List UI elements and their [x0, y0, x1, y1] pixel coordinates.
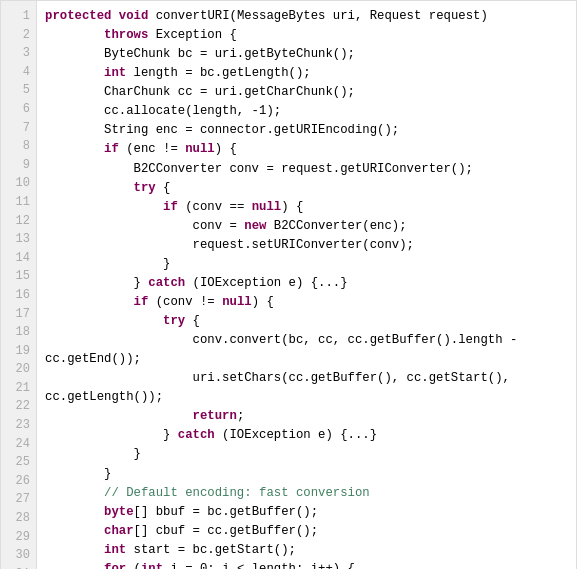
code-line: request.setURIConverter(conv); — [45, 236, 568, 255]
line-number: 18 — [1, 323, 36, 342]
code-text: uri.setChars(cc.getBuffer(), cc.getStart… — [45, 371, 510, 385]
line-number: 8 — [1, 137, 36, 156]
code-text — [45, 200, 163, 214]
code-text: CharChunk cc = uri.getCharChunk(); — [45, 85, 355, 99]
line-number: 28 — [1, 509, 36, 528]
code-line: conv.convert(bc, cc, cc.getBuffer().leng… — [45, 331, 568, 350]
keyword: return — [193, 409, 237, 423]
line-number: 23 — [1, 416, 36, 435]
code-text: cc.getEnd()); — [45, 352, 141, 366]
line-number: 14 — [1, 249, 36, 268]
keyword: if — [134, 295, 149, 309]
keyword: catch — [178, 428, 215, 442]
line-numbers: 1234567891011121314151617181920212223242… — [1, 1, 37, 569]
keyword: try — [163, 314, 185, 328]
code-text — [45, 181, 134, 195]
code-text: B2CConverter(enc); — [266, 219, 406, 233]
code-text — [45, 28, 104, 42]
code-text — [45, 562, 104, 569]
line-number: 1 — [1, 7, 36, 26]
line-number: 31 — [1, 565, 36, 569]
code-text: Exception { — [148, 28, 237, 42]
code-text — [45, 505, 104, 519]
comment: // Default encoding: fast conversion — [45, 486, 370, 500]
code-text — [45, 295, 134, 309]
code-viewer: 1234567891011121314151617181920212223242… — [0, 0, 577, 569]
code-text: } — [45, 428, 178, 442]
keyword: catch — [148, 276, 185, 290]
line-number: 13 — [1, 230, 36, 249]
line-number: 26 — [1, 472, 36, 491]
keyword: int — [141, 562, 163, 569]
code-line: } — [45, 465, 568, 484]
line-number: 21 — [1, 379, 36, 398]
line-number: 22 — [1, 397, 36, 416]
code-text: cc.allocate(length, -1); — [45, 104, 281, 118]
code-line: if (enc != null) { — [45, 140, 568, 159]
code-text: ( — [126, 562, 141, 569]
code-line: } — [45, 445, 568, 464]
line-number: 19 — [1, 342, 36, 361]
code-text: } — [45, 467, 111, 481]
code-line: protected void convertURI(MessageBytes u… — [45, 7, 568, 26]
code-text — [45, 524, 104, 538]
keyword: if — [163, 200, 178, 214]
code-text: i = 0; i < length; i++) { — [163, 562, 355, 569]
keyword: try — [134, 181, 156, 195]
code-line: cc.getLength()); — [45, 388, 568, 407]
keyword: int — [104, 66, 126, 80]
code-line: byte[] bbuf = bc.getBuffer(); — [45, 503, 568, 522]
code-text: request.setURIConverter(conv); — [45, 238, 414, 252]
code-line: conv = new B2CConverter(enc); — [45, 217, 568, 236]
line-number: 29 — [1, 528, 36, 547]
code-text: start = bc.getStart(); — [126, 543, 296, 557]
line-number: 15 — [1, 267, 36, 286]
code-line: // Default encoding: fast conversion — [45, 484, 568, 503]
code-text: length = bc.getLength(); — [126, 66, 310, 80]
line-number: 16 — [1, 286, 36, 305]
code-text: B2CConverter conv = request.getURIConver… — [45, 162, 473, 176]
keyword: if — [104, 142, 119, 156]
code-text: ) { — [215, 142, 237, 156]
code-line: CharChunk cc = uri.getCharChunk(); — [45, 83, 568, 102]
code-text: ) { — [281, 200, 303, 214]
line-number: 9 — [1, 156, 36, 175]
line-number: 17 — [1, 305, 36, 324]
code-line: try { — [45, 312, 568, 331]
code-text — [45, 314, 163, 328]
code-line: } — [45, 255, 568, 274]
line-number: 4 — [1, 63, 36, 82]
code-text — [45, 409, 193, 423]
line-number: 7 — [1, 119, 36, 138]
code-line: return; — [45, 407, 568, 426]
code-text: [] bbuf = bc.getBuffer(); — [134, 505, 318, 519]
code-text: { — [156, 181, 171, 195]
code-line: uri.setChars(cc.getBuffer(), cc.getStart… — [45, 369, 568, 388]
code-text: } — [45, 447, 141, 461]
keyword: for — [104, 562, 126, 569]
line-number: 10 — [1, 174, 36, 193]
keyword: void — [119, 9, 149, 23]
keyword: new — [244, 219, 266, 233]
code-text: { — [185, 314, 200, 328]
code-text: (IOException e) {...} — [185, 276, 347, 290]
keyword: throws — [104, 28, 148, 42]
line-number: 2 — [1, 26, 36, 45]
code-text: ByteChunk bc = uri.getByteChunk(); — [45, 47, 355, 61]
keyword: null — [185, 142, 215, 156]
code-text — [111, 9, 118, 23]
code-line: if (conv != null) { — [45, 293, 568, 312]
code-line: cc.allocate(length, -1); — [45, 102, 568, 121]
code-line: cc.getEnd()); — [45, 350, 568, 369]
code-line: for (int i = 0; i < length; i++) { — [45, 560, 568, 569]
code-text: } — [45, 276, 148, 290]
code-text: (enc != — [119, 142, 185, 156]
code-content[interactable]: protected void convertURI(MessageBytes u… — [37, 1, 576, 569]
keyword: null — [222, 295, 252, 309]
code-line: try { — [45, 179, 568, 198]
keyword: null — [252, 200, 282, 214]
line-number: 25 — [1, 453, 36, 472]
code-line: ByteChunk bc = uri.getByteChunk(); — [45, 45, 568, 64]
line-number: 12 — [1, 212, 36, 231]
code-line: B2CConverter conv = request.getURIConver… — [45, 160, 568, 179]
